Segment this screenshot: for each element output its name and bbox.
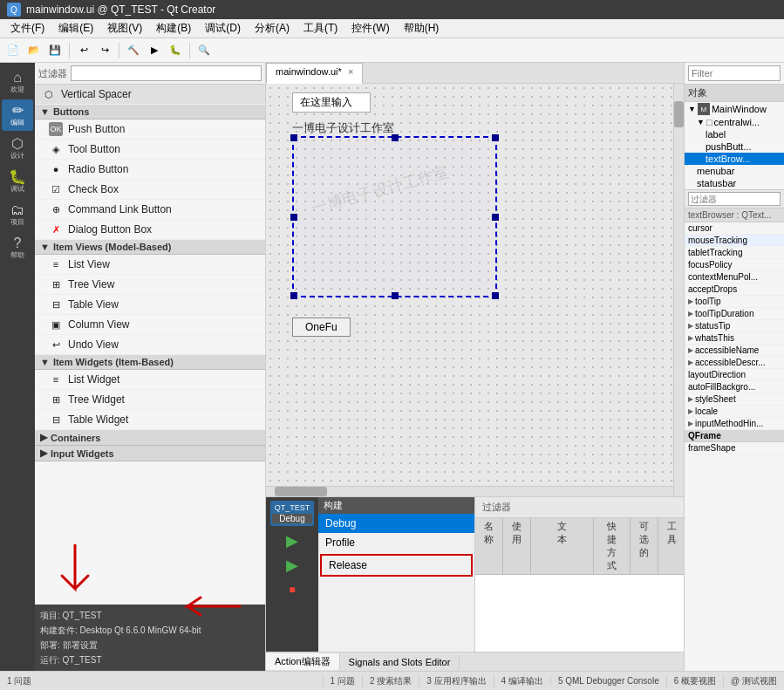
toolbar-redo[interactable]: ↪ (95, 41, 114, 60)
section-buttons[interactable]: ▼ Buttons (35, 105, 265, 120)
selection-box[interactable] (292, 136, 497, 297)
toolbar-search[interactable]: 🔍 (194, 41, 214, 60)
handle-tl[interactable] (290, 134, 297, 141)
handle-bl[interactable] (290, 292, 297, 299)
widget-tree-view[interactable]: ⊞ Tree View (35, 275, 265, 295)
prop-filter-input[interactable] (688, 192, 781, 206)
widget-list-view[interactable]: ≡ List View (35, 255, 265, 275)
widget-dialog-button[interactable]: ✗ Dialog Button Box (35, 220, 265, 240)
tree-textbrowser[interactable]: textBrow... (685, 153, 784, 165)
action-area: 过滤器 名称 使用 文本 快捷方式 可选的 工具 (475, 497, 684, 652)
widget-table-widget[interactable]: ⊟ Table Widget (35, 410, 265, 430)
tree-mainwindow[interactable]: ▼ M MainWindow (685, 102, 784, 116)
tree-menubar[interactable]: menubar (685, 165, 784, 177)
build-profile-item[interactable]: Profile (318, 533, 474, 552)
widget-check-box[interactable]: ☑ Check Box (35, 180, 265, 200)
tree-pushbutton[interactable]: pushButt... (685, 140, 784, 153)
tab-close-btn[interactable]: × (348, 66, 353, 77)
toolbar-undo[interactable]: ↩ (74, 41, 93, 60)
widget-radio-button[interactable]: ● Radio Button (35, 160, 265, 180)
run-debug-button[interactable]: ▶ (286, 556, 298, 575)
tree-centralwidget[interactable]: ▼ □ centralwi... (685, 116, 784, 128)
menu-controls[interactable]: 控件(W) (344, 19, 396, 38)
widget-column-view[interactable]: ▣ Column View (35, 315, 265, 335)
tree-label[interactable]: label (685, 128, 784, 140)
handle-br[interactable] (492, 292, 499, 299)
status-tab-2[interactable]: 2 搜索结果 (362, 675, 419, 687)
design-canvas[interactable]: 在这里输入 一博电子设计工作室 (266, 84, 684, 496)
build-debug-item[interactable]: Debug (318, 514, 474, 533)
menu-file[interactable]: 文件(F) (3, 19, 51, 38)
sidebar-debug[interactable]: 🐛 调试 (2, 166, 33, 197)
prop-stylesheet-name: styleSheet (695, 394, 736, 404)
section-containers[interactable]: ▶ Containers (35, 430, 265, 446)
sidebar-edit[interactable]: ✏ 编辑 (2, 99, 33, 131)
check-box-label: Check Box (68, 183, 119, 195)
canvas-label-widget[interactable]: 一博电子设计工作室 (292, 120, 394, 136)
run-button[interactable]: ▶ (286, 531, 298, 550)
widget-filter-input[interactable] (71, 65, 262, 81)
right-filter-input[interactable] (688, 65, 781, 81)
status-tab-6[interactable]: 6 概要视图 (666, 675, 723, 687)
menu-edit[interactable]: 编辑(E) (51, 19, 100, 38)
widget-list-widget[interactable]: ≡ List Widget (35, 370, 265, 390)
status-tab-3[interactable]: 3 应用程序输出 (419, 675, 493, 687)
sidebar-project[interactable]: 🗂 项目 (2, 199, 33, 230)
build-release-item[interactable]: Release (320, 554, 473, 577)
sidebar-help[interactable]: ? 帮助 (2, 232, 33, 263)
editor-tab-mainwindow[interactable]: mainwindow.ui* × (266, 63, 363, 84)
toolbar-sep-2 (119, 43, 119, 58)
toolbar-build[interactable]: 🔨 (124, 41, 143, 60)
handle-bm[interactable] (392, 292, 399, 299)
handle-mr[interactable] (492, 214, 499, 221)
status-tab-5[interactable]: 5 QML Debugger Console (550, 676, 666, 686)
widget-tree-widget[interactable]: ⊞ Tree Widget (35, 390, 265, 410)
widget-table-view[interactable]: ⊟ Table View (35, 295, 265, 315)
prop-stylesheet: ▶styleSheet (685, 393, 784, 406)
widget-command-link[interactable]: ⊕ Command Link Button (35, 200, 265, 220)
scroll-thumb-v[interactable] (674, 101, 684, 127)
project-badge-area: QT_TEST Debug ▶ ▶ ■ (266, 497, 318, 652)
section-item-views[interactable]: ▼ Item Views (Model-Based) (35, 240, 265, 255)
tab-signals-editor[interactable]: Signals and Slots Editor (340, 655, 460, 669)
menu-debug[interactable]: 调试(D) (198, 19, 248, 38)
toolbar-save[interactable]: 💾 (45, 41, 65, 60)
vertical-spacer-item[interactable]: ⬡ Vertical Spacer (35, 85, 265, 105)
sidebar-design[interactable]: ⬡ 设计 (2, 133, 33, 164)
menu-build[interactable]: 构建(B) (149, 19, 198, 38)
status-tab-4[interactable]: 4 编译输出 (494, 675, 550, 687)
canvas-scrollbar-v[interactable] (673, 84, 684, 496)
tab-action-editor[interactable]: Action编辑器 (266, 653, 340, 670)
stop-button[interactable]: ■ (289, 584, 295, 596)
prop-focuspolicy: focusPolicy (685, 259, 784, 271)
prop-accessibledescr-name: accessibleDescr... (695, 358, 766, 367)
scroll-thumb-h[interactable] (275, 487, 327, 496)
toolbar-run[interactable]: ▶ (145, 41, 164, 60)
toolbar-debug[interactable]: 🐛 (166, 41, 185, 60)
status-tab-7[interactable]: @ 测试视图 (723, 675, 784, 687)
handle-tm[interactable] (392, 134, 399, 141)
handle-tr[interactable] (492, 134, 499, 141)
menu-help[interactable]: 帮助(H) (397, 19, 447, 38)
toolbar-new[interactable]: 📄 (3, 41, 23, 60)
widget-push-button[interactable]: OK Push Button (35, 120, 265, 140)
widget-undo-view[interactable]: ↩ Undo View (35, 335, 265, 355)
command-link-icon: ⊕ (49, 202, 63, 216)
menu-tools[interactable]: 工具(T) (297, 19, 344, 38)
prop-acceptdrops: acceptDrops (685, 284, 784, 296)
sidebar-welcome[interactable]: ⌂ 欢迎 (2, 66, 33, 98)
section-item-widgets[interactable]: ▼ Item Widgets (Item-Based) (35, 355, 265, 370)
build-kit: 构建套件: Desktop Qt 6.6.0 MinGW 64-bit (40, 623, 260, 638)
col-text: 文本 (531, 518, 594, 574)
status-tab-1[interactable]: 1 问题 (323, 675, 362, 687)
section-input-widgets[interactable]: ▶ Input Widgets (35, 446, 265, 461)
canvas-scrollbar-h[interactable] (266, 486, 673, 496)
canvas-push-button[interactable]: OneFu (292, 318, 351, 337)
menu-view[interactable]: 视图(V) (100, 19, 149, 38)
toolbar-open[interactable]: 📂 (24, 41, 44, 60)
handle-ml[interactable] (290, 214, 297, 221)
tree-statusbar[interactable]: statusbar (685, 177, 784, 189)
canvas-input-widget[interactable]: 在这里输入 (292, 92, 371, 113)
widget-tool-button[interactable]: ◈ Tool Button (35, 140, 265, 160)
menu-analyze[interactable]: 分析(A) (248, 19, 297, 38)
